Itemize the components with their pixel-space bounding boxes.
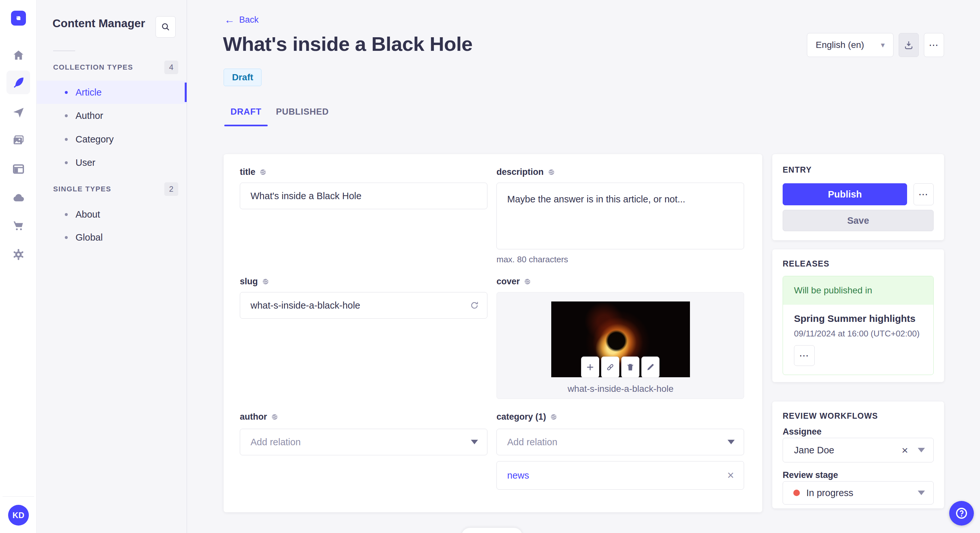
sidebar-item-user[interactable]: User — [37, 151, 187, 174]
release-name: Spring Summer highlights — [794, 313, 933, 324]
sidebar-item-about[interactable]: About — [37, 203, 187, 226]
more-actions-button[interactable]: ⋯ — [924, 33, 944, 57]
user-avatar[interactable]: KD — [8, 505, 29, 525]
category-relation-item: news × — [496, 461, 744, 490]
download-button[interactable] — [899, 33, 919, 57]
link-icon — [606, 363, 615, 372]
edit-asset-button[interactable] — [641, 357, 660, 378]
globe-icon — [524, 278, 531, 285]
slug-input[interactable]: what-s-inside-a-black-hole — [240, 292, 487, 319]
tab-label: DRAFT — [231, 107, 261, 117]
sidebar-item-author[interactable]: Author — [37, 104, 187, 127]
sidebar-item-article[interactable]: Article — [37, 81, 187, 104]
chevron-down-icon — [918, 490, 925, 495]
sidebar-title: Content Manager — [52, 17, 145, 30]
section-label: SINGLE TYPES — [53, 185, 111, 194]
locale-select[interactable]: English (en) ▾ — [807, 33, 894, 57]
globe-icon — [550, 413, 557, 420]
chevron-down-icon — [727, 440, 735, 444]
chevron-down-icon — [471, 440, 478, 444]
content-manager-sidebar: Content Manager COLLECTION TYPES 4 Artic… — [37, 0, 187, 533]
release-status: Will be published in — [783, 276, 933, 305]
releases-heading: RELEASES — [783, 259, 829, 268]
bullet-icon — [65, 236, 68, 239]
home-icon — [12, 49, 25, 62]
assignee-value: Jane Doe — [794, 445, 834, 455]
help-button[interactable] — [949, 501, 974, 525]
locale-value: English (en) — [816, 40, 864, 50]
trash-icon — [626, 363, 635, 372]
publish-button[interactable]: Publish — [783, 183, 907, 205]
field-label-text: author — [240, 412, 267, 422]
regenerate-slug-button[interactable] — [469, 300, 479, 310]
section-label: COLLECTION TYPES — [53, 63, 133, 71]
download-icon — [904, 40, 913, 50]
bottom-floating-panel[interactable] — [461, 528, 522, 533]
home-nav-button[interactable] — [12, 49, 25, 62]
slug-input-value: what-s-inside-a-black-hole — [250, 300, 360, 311]
sidebar-item-label: About — [75, 209, 100, 220]
refresh-icon — [469, 300, 479, 310]
author-relation-combobox[interactable]: Add relation — [240, 429, 487, 455]
review-heading: REVIEW WORKFLOWS — [783, 411, 878, 420]
bullet-icon — [65, 91, 68, 94]
copy-link-button[interactable] — [601, 357, 619, 378]
description-hint: max. 80 characters — [496, 254, 568, 265]
status-badge: Draft — [224, 69, 261, 86]
back-link[interactable]: ← Back — [224, 14, 259, 25]
delete-asset-button[interactable] — [621, 357, 640, 378]
chevron-down-icon: ▾ — [881, 40, 885, 49]
sidebar-item-global[interactable]: Global — [37, 226, 187, 249]
content-manager-nav-button[interactable] — [6, 71, 30, 94]
marketplace-nav-button[interactable] — [12, 219, 25, 233]
cover-file-name: what-s-inside-a-black-hole — [497, 384, 745, 394]
sidebar-item-category[interactable]: Category — [37, 128, 187, 151]
content-type-builder-nav-button[interactable] — [12, 162, 25, 176]
bullet-icon — [65, 138, 68, 141]
release-more-button[interactable]: ⋯ — [794, 345, 815, 366]
section-single-types: SINGLE TYPES 2 — [53, 182, 178, 196]
review-stage-select[interactable]: In progress — [783, 481, 934, 504]
publish-label: Publish — [828, 189, 862, 200]
tab-published[interactable]: PUBLISHED — [281, 104, 324, 120]
category-placeholder: Add relation — [507, 437, 557, 447]
description-value: Maybe the answer is in this article, or … — [507, 194, 686, 204]
category-relation-combobox[interactable]: Add relation — [496, 429, 744, 455]
tab-label: PUBLISHED — [276, 107, 329, 117]
globe-icon — [262, 278, 269, 285]
tab-draft[interactable]: DRAFT — [224, 104, 268, 120]
bullet-icon — [65, 114, 68, 117]
description-textarea[interactable]: Maybe the answer is in this article, or … — [496, 182, 744, 249]
relation-link-news[interactable]: news — [507, 470, 529, 481]
title-input-value: What's inside a Black Hole — [250, 191, 361, 201]
avatar-initials: KD — [12, 511, 24, 520]
assignee-select[interactable]: Jane Doe × — [783, 438, 934, 462]
search-button[interactable] — [156, 16, 176, 38]
strapi-logo[interactable] — [11, 11, 26, 25]
strapi-admin-app: KD Content Manager COLLECTION TYPES 4 Ar… — [0, 0, 980, 533]
chevron-down-icon — [918, 448, 925, 452]
entry-more-button[interactable]: ⋯ — [913, 183, 934, 205]
section-count-badge: 2 — [164, 182, 178, 196]
review-stage-label: Review stage — [783, 470, 838, 480]
releases-nav-button[interactable] — [12, 106, 25, 119]
field-label-text: cover — [496, 276, 520, 287]
cloud-nav-button[interactable] — [12, 191, 25, 205]
globe-icon — [548, 168, 555, 176]
settings-nav-button[interactable] — [12, 248, 25, 261]
sidebar-item-label: User — [75, 157, 95, 168]
media-library-nav-button[interactable] — [12, 133, 25, 147]
cover-field: what-s-inside-a-black-hole — [496, 292, 744, 399]
save-label: Save — [847, 215, 869, 226]
title-input[interactable]: What's inside a Black Hole — [240, 182, 487, 209]
gear-icon — [12, 248, 25, 261]
strapi-logo-icon — [14, 14, 23, 22]
status-label: Draft — [232, 72, 253, 82]
add-asset-button[interactable] — [581, 357, 599, 378]
media-images-icon — [12, 134, 25, 147]
save-button[interactable]: Save — [783, 210, 934, 231]
field-label-text: slug — [240, 276, 258, 287]
active-tab-indicator — [224, 125, 268, 126]
sidebar-divider — [53, 51, 75, 51]
sidebar-item-label: Author — [75, 110, 103, 121]
